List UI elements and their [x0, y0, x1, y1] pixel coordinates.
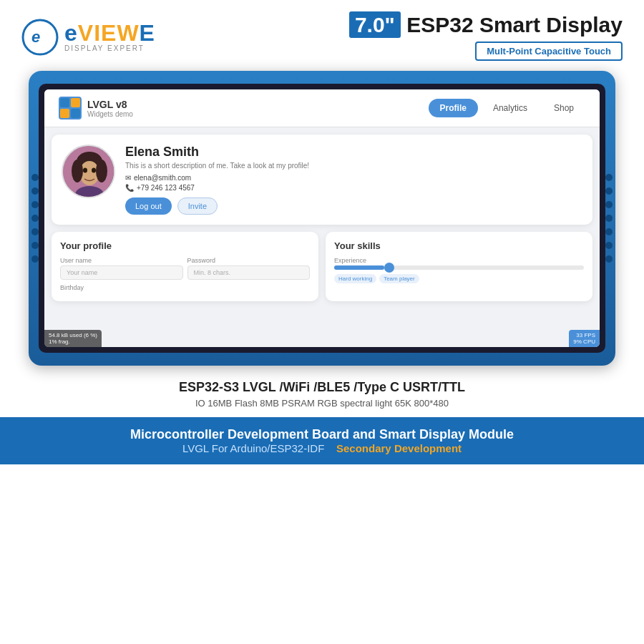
skill-bar-fill — [334, 265, 384, 270]
logo-name: eVIEWE — [64, 21, 155, 44]
logo-text-area: eVIEWE DISPLAY EXPERT — [64, 21, 155, 52]
lvgl-nav: Profile Analytics Shop — [429, 99, 585, 117]
profile-form-card: Your profile User name Your name Passwor… — [52, 232, 318, 301]
lvgl-title: LVGL v8 — [87, 99, 133, 110]
tab-analytics[interactable]: Analytics — [482, 99, 539, 117]
status-right: 33 FPS 9% CPU — [569, 330, 600, 347]
logo-area: e eVIEWE DISPLAY EXPERT — [21, 19, 155, 56]
subtitle-badge: Mult-Point Capacitive Touch — [475, 42, 623, 61]
username-group: User name Your name — [60, 257, 183, 284]
right-holes — [605, 167, 613, 270]
hole — [31, 242, 39, 249]
profile-actions: Log out Invite — [125, 197, 582, 215]
hole — [605, 242, 613, 249]
lvgl-header: LVGL v8 Widgets demo Profile Analytics S… — [44, 89, 600, 127]
svg-rect-2 — [60, 98, 69, 107]
username-label: User name — [60, 257, 183, 264]
skill-tag-1: Hard working — [334, 274, 376, 283]
device-wrapper: LVGL v8 Widgets demo Profile Analytics S… — [29, 71, 615, 366]
username-input[interactable]: Your name — [60, 265, 183, 280]
specs-line1: ESP32-S3 LVGL /WiFi /BLE5 /Type C USRT/T… — [21, 380, 623, 395]
logo-view: VIEW — [78, 20, 140, 46]
birthday-label: Birthday — [60, 284, 310, 291]
experience-label: Experience — [334, 257, 584, 264]
screen-content: LVGL v8 Widgets demo Profile Analytics S… — [44, 89, 600, 347]
profile-email: ✉ elena@smith.com — [125, 174, 582, 182]
skill-bar-bg — [334, 265, 584, 270]
tab-profile[interactable]: Profile — [429, 99, 478, 117]
svg-text:e: e — [31, 28, 40, 46]
footer-line2-part1: LVGL For Arduino/ESP32-IDF — [182, 442, 324, 454]
fields-row: User name Your name Password Min. 8 char… — [60, 257, 310, 284]
tab-shop[interactable]: Shop — [542, 99, 585, 117]
lvgl-logo: LVGL v8 Widgets demo — [59, 97, 133, 119]
logo-e2: E — [140, 20, 155, 46]
screen-bezel: LVGL v8 Widgets demo Profile Analytics S… — [39, 84, 605, 353]
specs-line2: IO 16MB Flash 8MB PSRAM RGB spectral lig… — [21, 398, 623, 409]
password-input[interactable]: Min. 8 chars. — [187, 265, 311, 280]
title-text: ESP32 Smart Display — [406, 13, 623, 36]
logo-svg: e — [21, 19, 59, 56]
title-highlight: 7.0" — [349, 11, 401, 38]
skills-tags: Hard working Team player — [334, 274, 584, 283]
email-icon: ✉ — [125, 174, 131, 182]
svg-point-9 — [72, 160, 83, 182]
top-section: e eVIEWE DISPLAY EXPERT 7.0" ESP32 Smart… — [0, 0, 644, 68]
logo-sub: DISPLAY EXPERT — [64, 44, 155, 52]
profile-name: Elena Smith — [125, 145, 582, 160]
lvgl-logo-text: LVGL v8 Widgets demo — [87, 99, 133, 118]
hole — [31, 201, 39, 208]
skill-bar-container — [334, 265, 584, 270]
password-label: Password — [187, 257, 311, 264]
status-left: 54.8 kB used (6 %) 1% frag. — [44, 330, 102, 347]
profile-form-title: Your profile — [60, 240, 310, 251]
profile-info: Elena Smith This is a short description … — [125, 145, 582, 215]
hole — [31, 228, 39, 235]
svg-rect-3 — [71, 98, 80, 107]
footer-line2: LVGL For Arduino/ESP32-IDF Secondary Dev… — [21, 442, 623, 454]
avatar — [62, 145, 115, 198]
svg-point-11 — [83, 168, 87, 173]
logout-button[interactable]: Log out — [125, 197, 172, 215]
invite-button[interactable]: Invite — [177, 197, 218, 215]
title-area: 7.0" ESP32 Smart Display Mult-Point Capa… — [349, 13, 623, 61]
phone-icon: 📞 — [125, 184, 134, 192]
email-value: elena@smith.com — [134, 174, 191, 182]
profile-description: This is a short description of me. Take … — [125, 162, 582, 170]
left-holes — [31, 167, 39, 270]
status-right-line1: 33 FPS — [573, 332, 595, 338]
skill-dot — [384, 263, 394, 273]
hole — [31, 255, 39, 263]
lvgl-subtitle: Widgets demo — [87, 110, 133, 118]
status-left-line2: 1% frag. — [49, 338, 97, 345]
svg-rect-4 — [60, 109, 69, 118]
bottom-section: ESP32-S3 LVGL /WiFi /BLE5 /Type C USRT/T… — [0, 371, 644, 417]
logo-e: e — [64, 20, 78, 46]
hole — [605, 228, 613, 235]
svg-point-12 — [92, 168, 96, 173]
profile-card: Elena Smith This is a short description … — [52, 135, 592, 225]
footer-line1: Microcontroller Development Board and Sm… — [21, 427, 623, 442]
hole — [605, 187, 613, 195]
hole — [31, 187, 39, 195]
hole — [605, 215, 613, 222]
hole — [605, 174, 613, 181]
lvgl-logo-icon — [59, 97, 82, 119]
device-outer: LVGL v8 Widgets demo Profile Analytics S… — [0, 68, 644, 371]
status-right-line2: 9% CPU — [573, 338, 595, 345]
password-group: Password Min. 8 chars. — [187, 257, 311, 284]
hole — [605, 255, 613, 263]
footer: Microcontroller Development Board and Sm… — [0, 417, 644, 464]
svg-point-10 — [96, 160, 107, 182]
main-title: 7.0" ESP32 Smart Display — [349, 13, 623, 37]
svg-rect-5 — [71, 109, 80, 118]
status-left-line1: 54.8 kB used (6 %) — [49, 332, 97, 338]
phone-value: +79 246 123 4567 — [137, 184, 195, 192]
skills-card: Your skills Experience Hard working Team… — [326, 232, 592, 301]
hole — [31, 174, 39, 181]
skills-title: Your skills — [334, 240, 584, 251]
profile-phone: 📞 +79 246 123 4567 — [125, 184, 582, 192]
cards-row: Your profile User name Your name Passwor… — [52, 232, 592, 301]
hole — [605, 201, 613, 208]
hole — [31, 215, 39, 222]
